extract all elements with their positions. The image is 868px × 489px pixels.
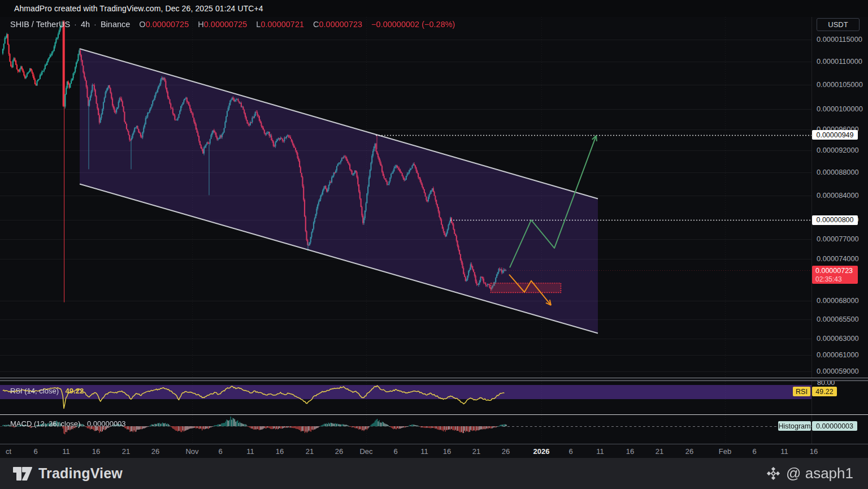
time-tick: 6: [568, 447, 572, 456]
time-tick: 11: [420, 447, 428, 456]
price-tick: 0.000084000: [817, 192, 859, 200]
last-price-label: 0.00000723 02:35:43: [812, 266, 858, 284]
attribution-bar: AhmadPro created with TradingView.com, D…: [0, 0, 868, 17]
tradingview-logo-icon: [12, 466, 33, 482]
time-tick: 2026: [533, 447, 550, 456]
price-tick: 0.0000115000: [817, 36, 862, 44]
time-tick: ct: [6, 447, 11, 456]
price-tick: 0.000063000: [817, 335, 859, 343]
time-tick: 21: [472, 447, 480, 456]
time-tick: 26: [685, 447, 693, 456]
macd-value-badge: 0.00000003: [812, 421, 857, 431]
watermark-text: @ asaph1: [786, 465, 853, 482]
watermark: @ asaph1: [766, 458, 853, 489]
separator-dot: ·: [94, 20, 97, 29]
time-tick: 11: [246, 447, 254, 456]
macd-histogram-badge: Histogram: [778, 421, 811, 431]
change-value: −0.00000002 (−0.28%): [371, 20, 455, 29]
macd-legend[interactable]: MACD (12, 26, close) 0.00000003: [10, 419, 126, 428]
price-line-label-800[interactable]: 0.00000800: [812, 215, 858, 225]
rsi-value: 49.22: [66, 387, 84, 395]
time-tick: 11: [596, 447, 604, 456]
time-tick: 11: [62, 447, 70, 456]
time-tick: 6: [393, 447, 397, 456]
price-tick: 0.000088000: [817, 168, 859, 176]
attribution-text: AhmadPro created with TradingView.com, D…: [14, 4, 263, 13]
time-tick: 21: [122, 447, 130, 456]
time-axis[interactable]: ct611162126Nov611162126Dec61116212620266…: [0, 444, 868, 458]
separator-dot: ·: [74, 20, 77, 29]
price-tick: 0.000065500: [817, 315, 859, 323]
footer-bar: TradingView @ asaph1: [0, 458, 868, 489]
open-letter: O: [139, 20, 145, 29]
time-tick: 26: [151, 447, 159, 456]
time-tick: 16: [626, 447, 634, 456]
time-tick: 26: [335, 447, 343, 456]
time-tick: 16: [810, 447, 818, 456]
time-tick: 11: [780, 447, 788, 456]
price-tick: 0.000068000: [817, 297, 859, 305]
tradingview-brand-text: TradingView: [38, 465, 123, 482]
rsi-legend[interactable]: RSI (14, close) 49.22: [10, 387, 84, 395]
time-tick: 26: [502, 447, 510, 456]
time-tick: 21: [306, 447, 314, 456]
close-letter: C: [313, 20, 319, 29]
price-tick: 0.000092000: [817, 146, 859, 154]
pane-separator[interactable]: [0, 414, 868, 415]
price-tick: 0.0000100000: [817, 105, 863, 113]
last-price-value: 0.00000723: [815, 267, 853, 275]
binance-icon: [766, 466, 780, 481]
open-value: 0.00000725: [146, 20, 189, 29]
close-value: 0.00000723: [319, 20, 363, 29]
currency-toggle-button[interactable]: USDT: [817, 18, 860, 31]
time-tick: 16: [276, 447, 284, 456]
price-tick: 0.000061000: [817, 351, 859, 359]
time-tick: 6: [218, 447, 222, 456]
time-tick: Nov: [185, 447, 198, 456]
interval-label[interactable]: 4h: [81, 20, 90, 29]
low-value: 0.00000721: [261, 20, 304, 29]
exchange-label: Binance: [101, 20, 130, 29]
high-letter: H: [198, 20, 203, 29]
price-tick: 0.0000105000: [817, 81, 863, 89]
time-tick: 21: [656, 447, 663, 456]
symbol-name[interactable]: SHIB / TetherUS: [10, 20, 70, 29]
bar-countdown: 02:35:43: [815, 275, 842, 283]
rsi-badge: RSI: [793, 387, 810, 396]
high-value: 0.00000725: [204, 20, 248, 29]
time-tick: 6: [33, 447, 37, 456]
time-tick: 16: [443, 447, 451, 456]
rsi-title[interactable]: RSI (14, close): [10, 387, 59, 395]
tradingview-chart-window: AhmadPro created with TradingView.com, D…: [0, 0, 868, 489]
time-tick: Feb: [719, 447, 731, 456]
time-tick: 6: [752, 447, 756, 456]
price-tick: 0.000074000: [817, 255, 859, 263]
price-tick: 0.0000110000: [817, 58, 862, 66]
tradingview-brand: TradingView: [12, 465, 123, 482]
price-tick: 0.000059000: [817, 367, 859, 375]
time-tick: Dec: [359, 447, 372, 456]
time-tick: 16: [92, 447, 100, 456]
price-line-label-949[interactable]: 0.00000949: [812, 130, 858, 140]
symbol-legend[interactable]: SHIB / TetherUS · 4h · Binance O0.000007…: [10, 19, 455, 30]
macd-title[interactable]: MACD (12, 26, close): [10, 419, 80, 428]
rsi-value-badge: 49.22: [812, 387, 837, 396]
price-tick: 0.000077000: [817, 235, 859, 243]
macd-value: 0.00000003: [87, 419, 126, 428]
pane-separator[interactable]: [0, 378, 868, 381]
